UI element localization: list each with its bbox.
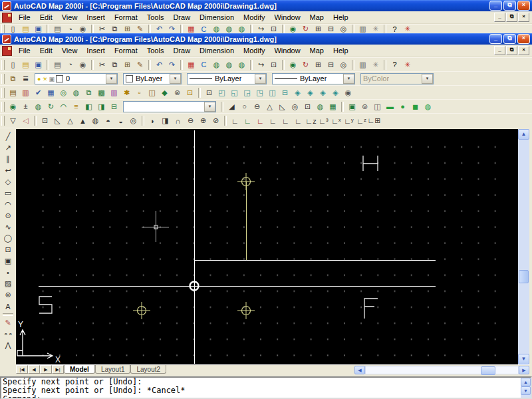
data-key-icon[interactable]: ✱	[120, 87, 133, 98]
close-button[interactable]: ×	[517, 1, 530, 11]
mdi-minimize-button[interactable]: _	[494, 46, 505, 55]
layer-dropdown-icon[interactable]: ▼	[106, 74, 117, 84]
sphere-3d-icon[interactable]: ◍	[314, 101, 327, 112]
active-assistance-icon[interactable]: ✳	[401, 24, 414, 33]
menu-map[interactable]: Map	[305, 11, 329, 23]
surface-cone-icon[interactable]: △	[263, 101, 276, 112]
cut-icon[interactable]: ✂	[96, 24, 108, 33]
clip-back-icon[interactable]: ⊟	[108, 101, 120, 112]
menu-file[interactable]: File	[14, 11, 35, 23]
attach-drawing-icon[interactable]: ⧉	[82, 87, 95, 98]
shade-flat-edges-icon[interactable]: ◼	[409, 101, 422, 112]
linetype-dropdown-icon[interactable]: ▼	[255, 74, 266, 84]
subtract-icon[interactable]: ⊖	[184, 115, 197, 126]
ucs-view-icon[interactable]: ∟	[279, 115, 292, 126]
new-icon[interactable]: ▯	[7, 24, 19, 33]
menu-edit[interactable]: Edit	[35, 45, 57, 57]
mdi-restore-button[interactable]: ⧉	[506, 46, 517, 55]
ucs-origin-icon[interactable]: ∟	[292, 115, 305, 126]
surface-wedge-icon[interactable]: ◺	[276, 101, 289, 112]
close-button[interactable]: ×	[517, 34, 530, 44]
redline-icon[interactable]: ⊡	[267, 24, 280, 33]
undo-icon[interactable]: ↶	[153, 24, 166, 33]
define-query-icon[interactable]: ✔	[32, 87, 45, 98]
insert-block-icon[interactable]: ⊡	[1, 244, 15, 255]
menu-view[interactable]: View	[57, 45, 82, 57]
rectangle-icon[interactable]: ▭	[1, 188, 15, 199]
toolbar-grip[interactable]	[1, 60, 5, 70]
view-iso-ne-icon[interactable]: ◈	[317, 87, 329, 98]
inner-title-bar[interactable]: AutoCAD Map 2000i - [C:\Program Files\Au…	[0, 33, 532, 45]
ucs-y-icon[interactable]: ∟ʸ	[342, 115, 355, 126]
view-back-icon[interactable]: ⊟	[279, 87, 291, 98]
toolbar-grip[interactable]	[1, 25, 5, 33]
vertical-scroll-thumb[interactable]	[519, 270, 529, 283]
dbconnect-icon[interactable]: ▥	[356, 24, 369, 33]
face-edit-icon[interactable]: ◨	[159, 115, 172, 126]
layers-dialog-icon[interactable]: ≣	[19, 73, 32, 84]
scroll-left-icon[interactable]: ◀	[354, 366, 365, 374]
region-icon[interactable]: ⊚	[1, 289, 15, 301]
clip-adjust-icon[interactable]: ◧	[82, 101, 95, 112]
canvas-horizontal-scrollbar[interactable]: ◀ ▶	[354, 366, 529, 374]
menu-modify[interactable]: Modify	[239, 45, 269, 57]
tab-first-icon[interactable]: |◀	[16, 365, 28, 374]
menu-format[interactable]: Format	[110, 45, 142, 57]
region-extract-icon[interactable]: ◗	[146, 115, 159, 126]
solid-box-icon[interactable]: ⊡	[39, 115, 51, 126]
drawing-canvas[interactable]: YX	[16, 129, 518, 364]
polygon-icon[interactable]: ◇	[1, 176, 15, 188]
view-iso-sw-icon[interactable]: ◈	[291, 87, 304, 98]
map-internet-icon[interactable]: C	[198, 59, 210, 70]
quick-select-icon[interactable]: ✳	[369, 24, 382, 33]
redo-icon[interactable]: ↷	[166, 59, 178, 70]
run-query-icon[interactable]: ▦	[45, 87, 57, 98]
ucs-object-icon[interactable]: ∟	[267, 115, 279, 126]
text-icon[interactable]: A	[1, 301, 15, 312]
color-select[interactable]: ByLayer ▼	[123, 73, 182, 84]
orbit-3d-icon[interactable]: ↻	[299, 24, 312, 33]
construction-line-icon[interactable]: ↗	[1, 142, 15, 154]
named-view-combo[interactable]: ▼	[123, 101, 216, 112]
named-views-eye-icon[interactable]: ◉	[287, 24, 299, 33]
ucs-3point-icon[interactable]: ∟³	[317, 115, 330, 126]
view-iso-nw-icon[interactable]: ◈	[329, 87, 342, 98]
menu-insert[interactable]: Insert	[82, 11, 110, 23]
menu-dimension[interactable]: Dimension	[195, 45, 239, 57]
view-iso-se-icon[interactable]: ◈	[304, 87, 317, 98]
solids-explode-icon[interactable]: ◁	[19, 115, 32, 126]
ellipse-icon[interactable]: ◯	[1, 233, 15, 244]
union-icon[interactable]: ⊕	[197, 115, 209, 126]
paste-icon[interactable]: ⊞	[121, 24, 134, 33]
zoom-window-icon[interactable]: ⊞	[312, 24, 325, 33]
save-icon[interactable]: ▣	[32, 59, 45, 70]
paste-icon[interactable]: ⊞	[121, 59, 134, 70]
drawing-set-icon[interactable]: ▤	[7, 87, 19, 98]
menu-format[interactable]: Format	[110, 11, 142, 23]
active-assistance-icon[interactable]: ✳	[401, 59, 414, 70]
map-globe-connect-icon[interactable]: ◍	[223, 24, 235, 33]
orbit-green-icon[interactable]: ↻	[45, 101, 57, 112]
solids-filter-icon[interactable]: ▽	[7, 115, 19, 126]
map-internet-icon[interactable]: C	[198, 24, 210, 33]
multiline-icon[interactable]: ∥	[1, 154, 15, 165]
render-icon[interactable]: ▣	[346, 101, 358, 112]
named-view-eye-icon[interactable]: ◍	[32, 101, 45, 112]
print-icon[interactable]: ▤	[51, 59, 64, 70]
mdi-close-button[interactable]: ×	[518, 13, 529, 22]
select-objects-icon[interactable]: ⊡	[184, 87, 196, 98]
mdi-restore-button[interactable]: ⧉	[506, 13, 517, 22]
map-globe-publish-icon[interactable]: ◍	[235, 59, 248, 70]
minimize-button[interactable]: _	[489, 1, 502, 11]
map-globe-save-icon[interactable]: ◍	[210, 24, 223, 33]
hatch-icon[interactable]: ▨	[1, 278, 15, 289]
toolbar-grip[interactable]	[1, 88, 5, 98]
redline-icon[interactable]: ⊡	[267, 59, 280, 70]
restore-button[interactable]: ⧉	[503, 1, 516, 11]
link-template-icon[interactable]: ⊗	[171, 87, 184, 98]
restore-button[interactable]: ⧉	[503, 34, 516, 44]
sketch-icon[interactable]: ✎	[1, 317, 15, 329]
command-scroll-down-icon[interactable]: ▼	[521, 386, 531, 395]
match-properties-icon[interactable]: ✎	[134, 24, 146, 33]
mdi-minimize-button[interactable]: _	[494, 13, 505, 22]
